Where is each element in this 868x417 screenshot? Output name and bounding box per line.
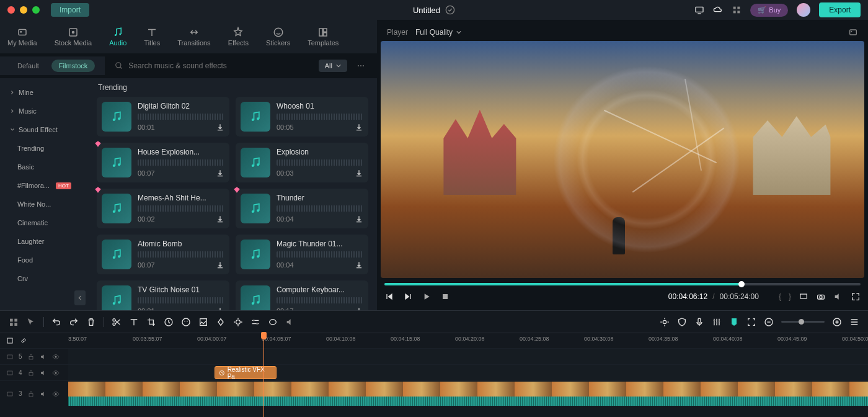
video-clip[interactable] [68, 382, 868, 397]
audio-card[interactable]: House Explosion...00:07 [97, 143, 229, 182]
quality-dropdown[interactable]: Full Quality [415, 28, 461, 37]
next-frame-icon[interactable] [403, 292, 413, 302]
avatar[interactable] [797, 3, 810, 17]
mic-icon[interactable] [694, 317, 704, 327]
camera-icon[interactable] [816, 292, 826, 302]
track-view-icon[interactable] [849, 317, 859, 327]
audio-thumb[interactable] [102, 240, 131, 269]
audio-thumb[interactable] [241, 240, 270, 269]
zoom-out-icon[interactable] [764, 317, 774, 327]
more-options[interactable]: ⋯ [355, 61, 367, 70]
audio-card[interactable]: Whoosh 0100:05 [236, 97, 368, 137]
play-icon[interactable] [422, 292, 432, 302]
audio-tool-icon[interactable] [285, 317, 295, 327]
tab-effects[interactable]: Effects [224, 24, 252, 49]
audio-card[interactable]: Computer Keyboar...00:17 [236, 280, 368, 310]
visibility-icon[interactable] [52, 390, 60, 398]
track-head-3[interactable]: 3 [0, 381, 68, 406]
audio-thumb[interactable] [102, 194, 131, 223]
audio-card[interactable]: Thunder00:04 [236, 189, 368, 228]
track-display-icon[interactable] [9, 317, 19, 327]
download-icon[interactable] [355, 261, 363, 269]
sidebar-item-filmora[interactable]: #Filmora...HOT [0, 176, 88, 195]
progress-track[interactable] [384, 283, 861, 285]
audio-thumb[interactable] [241, 148, 270, 177]
tab-stock-media[interactable]: Stock Media [51, 24, 96, 49]
redo-icon[interactable] [69, 317, 79, 327]
sidebar-item-whiteno[interactable]: White No... [0, 195, 88, 213]
download-icon[interactable] [216, 169, 224, 177]
timeline-opts-icon[interactable] [6, 337, 14, 344]
window-maximize[interactable] [32, 6, 40, 14]
display-icon[interactable] [694, 5, 704, 15]
download-icon[interactable] [216, 215, 224, 223]
audio-card[interactable]: Memes-Ah Shit He...00:02 [97, 189, 229, 228]
display-mode-icon[interactable] [799, 292, 808, 302]
bracket-in-icon[interactable]: { [779, 292, 781, 301]
zoom-slider[interactable] [781, 321, 825, 323]
delete-icon[interactable] [86, 317, 96, 327]
sidebar-item-mine[interactable]: Mine [0, 83, 88, 102]
subtab-default[interactable]: Default [10, 60, 46, 72]
sidebar-item-laughter[interactable]: Laughter [0, 232, 88, 251]
download-icon[interactable] [355, 215, 363, 223]
audio-card[interactable]: Digital Glitch 0200:01 [97, 97, 229, 137]
sidebar-item-soundeffect[interactable]: Sound Effect [0, 120, 88, 139]
audio-thumb[interactable] [241, 194, 270, 223]
progress-thumb[interactable] [738, 281, 745, 287]
sidebar-item-crv[interactable]: Crv [0, 269, 88, 288]
apps-icon[interactable] [732, 5, 742, 15]
audio-card[interactable]: Magic Thunder 01...00:04 [236, 235, 368, 274]
download-icon[interactable] [355, 169, 363, 177]
mute-icon[interactable] [40, 390, 47, 398]
search-input[interactable] [128, 61, 311, 70]
download-icon[interactable] [216, 123, 224, 132]
lock-icon[interactable] [27, 369, 35, 377]
audio-thumb[interactable] [102, 102, 131, 132]
window-close[interactable] [7, 6, 15, 14]
tab-titles[interactable]: Titles [140, 24, 164, 49]
marker-icon[interactable] [729, 317, 739, 327]
color-icon[interactable] [181, 317, 191, 327]
keyframe-icon[interactable] [216, 317, 226, 327]
subtab-filmstock[interactable]: Filmstock [51, 60, 95, 72]
mask-icon[interactable] [268, 317, 278, 327]
clip-realistic-vfx[interactable]: Realistic VFX Pa [215, 366, 277, 379]
window-minimize[interactable] [20, 6, 27, 14]
sidebar-item-trending[interactable]: Trending [0, 139, 88, 158]
cloud-icon[interactable] [713, 5, 723, 15]
audio-thumb[interactable] [241, 285, 270, 310]
track-head-5[interactable]: 5 [0, 349, 68, 364]
buy-button[interactable]: 🛒Buy [750, 4, 788, 17]
lock-icon[interactable] [27, 390, 35, 398]
track-body-3[interactable] [68, 381, 868, 406]
undo-icon[interactable] [51, 317, 61, 327]
track-body-5[interactable] [68, 349, 868, 364]
preview-viewport[interactable] [381, 41, 864, 278]
brightness-icon[interactable] [660, 317, 670, 327]
sidebar-item-food[interactable]: Food [0, 251, 88, 269]
download-icon[interactable] [216, 307, 224, 310]
track-body-4[interactable]: Realistic VFX Pa [68, 365, 868, 380]
download-icon[interactable] [355, 307, 363, 310]
sidebar-item-cinematic[interactable]: Cinematic [0, 213, 88, 232]
sidebar-item-basic[interactable]: Basic [0, 158, 88, 176]
tab-my-media[interactable]: My Media [4, 24, 41, 49]
greenscreen-icon[interactable] [198, 317, 208, 327]
text-icon[interactable] [129, 317, 139, 327]
audio-thumb[interactable] [102, 148, 131, 177]
filter-dropdown[interactable]: All [319, 60, 347, 72]
download-icon[interactable] [355, 123, 363, 132]
mute-icon[interactable] [40, 353, 47, 361]
snapshot-icon[interactable] [848, 27, 858, 37]
zoom-in-icon[interactable] [832, 317, 842, 327]
sidebar-item-music[interactable]: Music [0, 102, 88, 120]
lock-icon[interactable] [27, 353, 35, 361]
bracket-out-icon[interactable]: } [789, 292, 791, 301]
motion-icon[interactable] [233, 317, 243, 327]
tab-templates[interactable]: Templates [304, 24, 342, 49]
collapse-sidebar[interactable] [74, 290, 86, 305]
import-button[interactable]: Import [51, 3, 89, 17]
audio-waveform[interactable] [68, 397, 868, 406]
speed-icon[interactable] [164, 317, 174, 327]
